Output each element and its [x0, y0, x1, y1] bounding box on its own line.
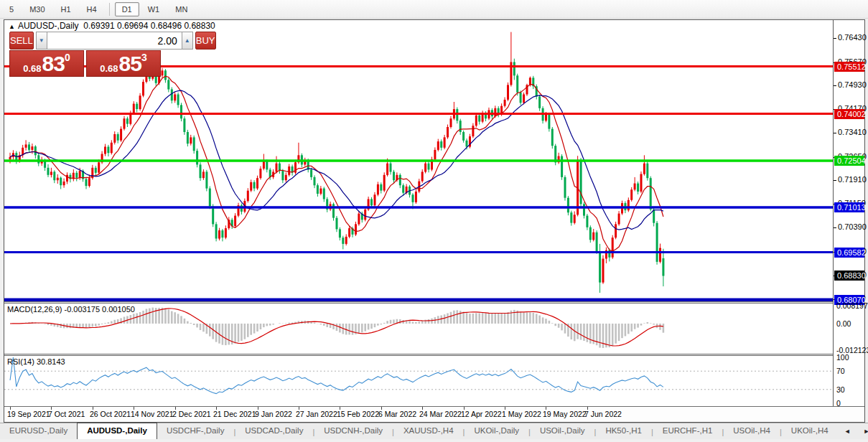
rsi-plot[interactable] [4, 356, 833, 406]
date-tick-label: 24 Mar 2022 [419, 410, 462, 418]
timeframe-button-m30[interactable]: M30 [22, 2, 52, 17]
date-tick-label: 21 Dec 2021 [213, 410, 256, 418]
date-tick-label: 27 Jan 2022 [296, 410, 337, 418]
ask-price-prefix: 0.68 [100, 63, 118, 74]
ask-price-box[interactable]: 0.68 85 3 [86, 50, 161, 77]
timeframe-toolbar: 5M30H1H4D1W1MN [0, 0, 868, 19]
chart-tab-usdcnh-daily[interactable]: USDCNH-,Daily [314, 424, 392, 439]
axis-tick-mark [834, 133, 836, 133]
level-price-badge: 0.72504 [834, 156, 864, 166]
timeframe-button-h1[interactable]: H1 [54, 2, 78, 17]
price-tick: 0.74930 [834, 80, 867, 89]
timeframe-button-h4[interactable]: H4 [80, 2, 104, 17]
level-price-badge: 0.69582 [834, 248, 864, 258]
chart-ohlc-values: 0.69391 0.69694 0.68496 0.68830 [83, 21, 215, 31]
price-tick: 0.71910 [834, 175, 867, 184]
collapse-icon[interactable]: ▲ [9, 23, 15, 30]
axis-tick-mark [834, 85, 836, 86]
tab-scroll-controls: ◄► [838, 423, 868, 439]
ask-price-main: 85 [119, 54, 141, 74]
price-tick: 0.76430 [834, 33, 867, 42]
toolbar-separator [109, 3, 110, 16]
rsi-axis-label: 30 [836, 385, 845, 394]
chart-tab-hk50-h1[interactable]: HK50-,H1 [596, 424, 651, 439]
chart-window: ▲AUDUSD-,Daily 0.69391 0.69694 0.68496 0… [4, 19, 865, 423]
chart-tab-eurusd-daily[interactable]: EURUSD-,Daily [0, 424, 77, 439]
price-tick: 0.70390 [834, 222, 867, 231]
level-price-badge: 0.75512 [834, 62, 864, 72]
chart-tab-eurchf-h1[interactable]: EURCHF-,H1 [653, 424, 722, 439]
main-chart-pane[interactable]: ▲AUDUSD-,Daily 0.69391 0.69694 0.68496 0… [4, 20, 833, 301]
timeframe-button-5[interactable]: 5 [2, 2, 21, 17]
date-tick-label: 12 Apr 2022 [461, 410, 502, 418]
bid-price-box[interactable]: 0.68 83 0 [9, 50, 84, 77]
current-price-badge: 0.68830 [834, 271, 864, 281]
axis-tick-mark [834, 38, 836, 39]
rsi-axis-label: 70 [836, 367, 845, 375]
macd-axis-label: 0.00 [836, 319, 851, 328]
bid-price-pip: 0 [65, 52, 70, 62]
date-tick-label: 19 Sep 2021 [7, 410, 50, 418]
volume-decrease-icon[interactable]: ▼ [36, 32, 47, 50]
volume-stepper: ▼ ▲ [36, 32, 193, 50]
scroll-right-icon[interactable]: ► [857, 428, 868, 435]
chart-tab-usdchf-daily[interactable]: USDCHF-,Daily [157, 424, 234, 439]
chart-tab-ukoil-daily[interactable]: UKOil-,Daily [465, 424, 528, 439]
date-tick-label: 15 Feb 2022 [337, 410, 379, 418]
timeframe-button-mn[interactable]: MN [168, 2, 195, 17]
date-tick-label: 7 Oct 2021 [48, 410, 85, 418]
rsi-pane[interactable]: RSI(14) 30.8143 [4, 356, 833, 406]
chart-tab-audusd-daily[interactable]: AUDUSD-,Daily [77, 423, 157, 439]
date-tick-label: 1 May 2022 [502, 410, 541, 418]
chart-tab-usdcad-daily[interactable]: USDCAD-,Daily [235, 424, 312, 439]
timeframe-button-d1[interactable]: D1 [115, 2, 139, 17]
macd-axis-label: 0.008197 [836, 301, 868, 310]
date-tick-label: 2 Dec 2021 [172, 410, 211, 418]
timeframe-button-w1[interactable]: W1 [141, 2, 167, 17]
date-tick-label: 9 Jan 2022 [255, 410, 292, 418]
volume-input[interactable] [47, 32, 182, 50]
macd-pane[interactable]: MACD(12,26,9) -0.003175 0.001050 [4, 304, 833, 354]
date-tick-label: 19 May 2022 [543, 410, 587, 418]
bid-price-prefix: 0.68 [23, 63, 41, 74]
sell-button[interactable]: SELL [9, 32, 34, 50]
price-axis: 0.764300.756700.749300.741700.734100.726… [834, 20, 864, 406]
chart-tab-ukoil-h4[interactable]: UKOil-,H4 [782, 424, 838, 439]
macd-label: MACD(12,26,9) -0.003175 0.001050 [7, 305, 135, 314]
level-price-badge: 0.71013 [834, 202, 864, 212]
date-axis[interactable]: 19 Sep 20217 Oct 202126 Oct 202114 Nov 2… [4, 406, 864, 422]
one-click-trade-panel: SELL ▼ ▲ BUY 0.68 83 0 0.68 85 3 [9, 32, 162, 77]
date-tick-label: 26 Oct 2021 [90, 410, 131, 418]
chart-tab-bar: EURUSD-,DailyAUDUSD-,DailyUSDCHF-,Daily|… [0, 423, 868, 439]
date-tick-label: 7 Jun 2022 [584, 410, 622, 418]
status-strip [0, 439, 868, 442]
rsi-axis-label: 100 [836, 353, 849, 362]
price-tick: 0.73410 [834, 128, 867, 136]
chart-title: ▲AUDUSD-,Daily 0.69391 0.69694 0.68496 0… [9, 21, 215, 31]
volume-increase-icon[interactable]: ▲ [182, 32, 193, 50]
chart-tab-xauusd-h4[interactable]: XAUUSD-,H4 [394, 424, 463, 439]
chart-symbol-label: AUDUSD-,Daily [18, 21, 79, 31]
chart-tab-usoil-daily[interactable]: USOil-,Daily [531, 424, 594, 439]
rsi-label: RSI(14) 30.8143 [7, 357, 65, 366]
date-tick-label: 14 Nov 2021 [131, 410, 174, 418]
level-price-badge: 0.74002 [834, 109, 864, 119]
axis-tick-mark [834, 180, 836, 181]
chart-tab-usoil-h4[interactable]: USOil-,H4 [724, 424, 780, 439]
ask-price-pip: 3 [141, 52, 147, 62]
scroll-left-icon[interactable]: ◄ [838, 428, 857, 435]
date-tick-label: 6 Mar 2022 [378, 410, 416, 418]
buy-button[interactable]: BUY [195, 32, 216, 50]
axis-tick-mark [834, 227, 836, 228]
bid-price-main: 83 [42, 54, 65, 74]
